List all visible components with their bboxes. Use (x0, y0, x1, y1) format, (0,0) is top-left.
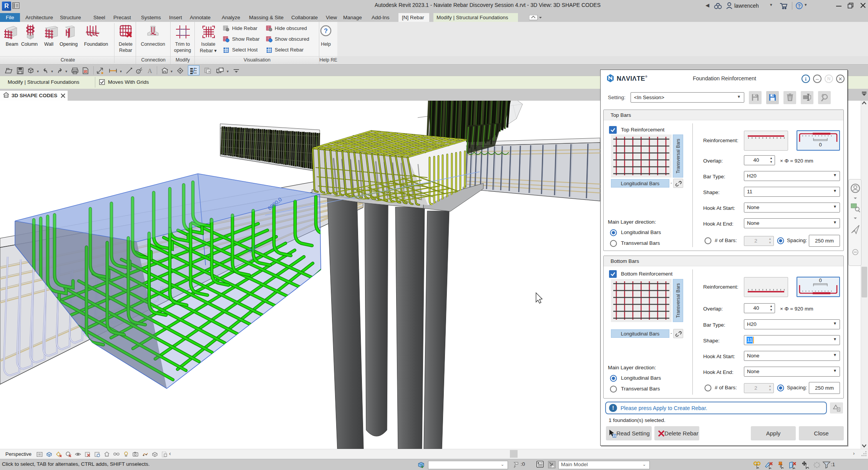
svg-text:?: ? (798, 3, 800, 9)
svg-text:PDF: PDF (83, 70, 88, 73)
svg-text:?: ? (324, 28, 328, 34)
svg-text:0: 0 (819, 142, 822, 148)
svg-text:0: 0 (819, 277, 822, 283)
svg-text:A: A (148, 68, 152, 74)
svg-text:1: 1 (138, 70, 139, 73)
